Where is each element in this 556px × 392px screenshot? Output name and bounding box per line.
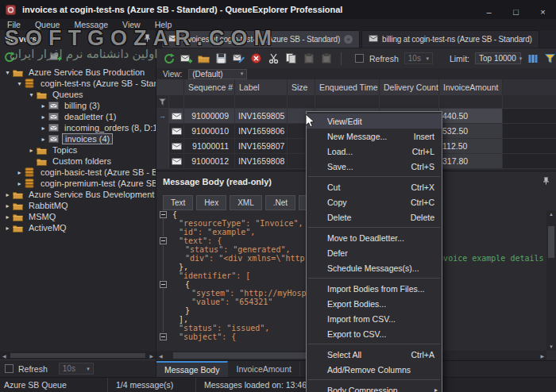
- refresh-servers-icon[interactable]: [3, 51, 15, 63]
- tree-item-cogin-test-ns-azure-sb-standard[interactable]: ▾cogin-test-ns (Azure SB - Standard): [0, 78, 156, 89]
- pin-icon[interactable]: [144, 34, 151, 44]
- refresh-icon[interactable]: [163, 52, 175, 65]
- menu-item-add-remove-columns[interactable]: Add/Remove Columns: [307, 362, 442, 377]
- bottom-tab-invoiceamount[interactable]: InvoiceAmount: [228, 361, 299, 377]
- menu-item-copy[interactable]: CopyCtrl+C: [307, 194, 442, 209]
- menu-item-cut[interactable]: CutCtrl+X: [307, 179, 442, 194]
- grid-header-size[interactable]: Size: [288, 79, 315, 95]
- body-vscrollbar-thumb[interactable]: [548, 226, 554, 258]
- filter-cell[interactable]: [184, 95, 235, 108]
- menu-item-view-edit[interactable]: View/Edit: [307, 113, 442, 129]
- grid-header-label[interactable]: Label: [235, 79, 288, 95]
- delete-icon[interactable]: [250, 52, 262, 65]
- menu-item-select-all[interactable]: Select AllCtrl+A: [307, 347, 442, 362]
- copy-icon[interactable]: [285, 52, 297, 65]
- tree-expand-arrow-icon[interactable]: ▸: [14, 169, 25, 176]
- fold-gutter[interactable]: [156, 236, 171, 245]
- menubar-item-view[interactable]: View: [115, 20, 148, 29]
- tree-item-topics[interactable]: ▸Topics: [0, 144, 156, 156]
- filter-cell[interactable]: [235, 95, 288, 108]
- new-message-icon[interactable]: [180, 52, 192, 65]
- tree-expand-arrow-icon[interactable]: ▸: [2, 213, 13, 221]
- menu-item-import-bodies-from-files[interactable]: Import Bodies from Files...: [307, 281, 442, 296]
- close-icon[interactable]: ×: [538, 7, 548, 17]
- menu-item-defer[interactable]: Defer: [307, 245, 442, 260]
- minimize-icon[interactable]: –: [484, 7, 494, 17]
- tree-item-deadletter-1[interactable]: ▸deadletter (1): [0, 111, 156, 122]
- menu-item-delete[interactable]: DeleteDelete: [307, 209, 442, 225]
- filter-cell[interactable]: [288, 95, 315, 108]
- tree-item-invoices-4[interactable]: ▸invoices (4): [0, 133, 156, 144]
- body-tab-net[interactable]: .Net: [265, 195, 295, 210]
- tree-auto-refresh-checkbox[interactable]: [5, 364, 14, 373]
- tree-item-rabbitmq[interactable]: ▸RabbitMQ: [0, 200, 156, 211]
- grid-header-invoiceamount[interactable]: InvoiceAmount: [439, 79, 503, 95]
- tree-expand-arrow-icon[interactable]: ▸: [38, 113, 48, 121]
- edit-message-icon[interactable]: [233, 52, 245, 65]
- tree-item-msmq[interactable]: ▸MSMQ: [0, 211, 156, 222]
- tree-expand-arrow-icon[interactable]: ▸: [38, 136, 48, 143]
- body-vertical-scrollbar[interactable]: ▲ ▼: [546, 210, 556, 351]
- filter-cell[interactable]: [169, 95, 184, 108]
- tree-expand-arrow-icon[interactable]: ▸: [38, 102, 48, 110]
- tree-item-billing-3[interactable]: ▸billing (3): [0, 100, 156, 111]
- menu-item-body-compression[interactable]: Body Compression▸: [307, 382, 442, 392]
- tree-scrollbar-thumb[interactable]: [10, 353, 146, 358]
- scroll-right-icon[interactable]: ▶: [147, 353, 156, 359]
- filter-cell[interactable]: [380, 95, 439, 108]
- tree-expand-arrow-icon[interactable]: ▸: [14, 180, 25, 187]
- fold-collapse-icon[interactable]: [160, 333, 167, 340]
- tree-item-incoming-orders-8-d-1[interactable]: ▸incoming_orders (8, D:1): [0, 122, 156, 133]
- scroll-left-icon[interactable]: ◀: [156, 353, 165, 359]
- menu-item-load[interactable]: Load...Ctrl+L: [307, 144, 442, 159]
- filter-funnel-icon[interactable]: [156, 95, 169, 108]
- limit-select[interactable]: Top 10000 ▾: [475, 52, 521, 64]
- tree-item-custom-folders[interactable]: Custom folders: [0, 156, 156, 167]
- bottom-tab-message-body[interactable]: Message Body: [156, 361, 228, 377]
- tree-collapse-arrow-icon[interactable]: ▾: [26, 91, 37, 98]
- grid-header-sequence[interactable]: Sequence #: [184, 79, 235, 95]
- scroll-down-icon[interactable]: ▼: [549, 343, 554, 351]
- add-server-icon[interactable]: [50, 51, 62, 63]
- menu-item-new-message[interactable]: New Message...Insert: [307, 129, 442, 144]
- tree-item-azure-service-bus-development[interactable]: ▸Azure Service Bus Development: [0, 189, 156, 200]
- title-bar[interactable]: invoices at cogin-test-ns (Azure SB - St…: [0, 0, 556, 19]
- tree-item-cogin-premium-test-azure-sb-premium[interactable]: ▸cogin-premium-test (Azure SB - Premium): [0, 178, 156, 189]
- tree-expand-arrow-icon[interactable]: ▸: [26, 147, 37, 154]
- save-icon[interactable]: [215, 52, 227, 65]
- columns-icon[interactable]: [527, 52, 539, 65]
- tree-expand-arrow-icon[interactable]: ▸: [38, 125, 48, 132]
- menubar-item-help[interactable]: Help: [148, 20, 180, 29]
- menu-item-move-to-deadletter[interactable]: Move to Deadletter...: [307, 230, 442, 245]
- tree-item-azure-service-bus-production[interactable]: ▾Azure Service Bus Production: [0, 67, 156, 78]
- menu-item-schedule-messages-s[interactable]: Schedule Messages(s)...: [307, 260, 442, 275]
- auto-refresh-checkbox[interactable]: [355, 54, 364, 63]
- fold-collapse-icon[interactable]: [160, 281, 167, 288]
- menu-item-import-from-csv[interactable]: Import from CSV...: [307, 311, 442, 326]
- tree-collapse-arrow-icon[interactable]: ▾: [2, 69, 13, 76]
- tree-collapse-arrow-icon[interactable]: ▾: [14, 80, 25, 87]
- body-tab-xml[interactable]: XML: [230, 195, 262, 210]
- tree-item-cogin-basic-test-azure-sb-basic[interactable]: ▸cogin-basic-test (Azure SB - Basic): [0, 167, 156, 178]
- menubar-item-message[interactable]: Message: [67, 20, 115, 29]
- filter-cell[interactable]: [439, 95, 503, 108]
- grid-header-enqueued-time[interactable]: Enqueued Time: [315, 79, 380, 95]
- scroll-right-icon[interactable]: ▶: [538, 353, 546, 359]
- menubar-item-queue[interactable]: Queue: [28, 20, 68, 29]
- filter-cell[interactable]: [315, 95, 380, 108]
- open-folder-icon[interactable]: [198, 52, 210, 65]
- filter-icon[interactable]: [544, 52, 556, 65]
- body-tab-hex[interactable]: Hex: [196, 195, 226, 210]
- tree-horizontal-scrollbar[interactable]: ◀ ▶: [0, 352, 156, 359]
- menubar-item-file[interactable]: File: [0, 20, 28, 29]
- tab-invoices-at-cogin-test-ns-azure-sb-standard[interactable]: invoices at cogin-test-ns (Azure SB - St…: [161, 30, 360, 48]
- fold-collapse-icon[interactable]: [160, 211, 167, 218]
- menu-item-export-to-csv[interactable]: Export to CSV...: [307, 326, 442, 341]
- body-tab-text[interactable]: Text: [163, 195, 193, 210]
- maximize-icon[interactable]: □: [511, 7, 521, 17]
- tree-expand-arrow-icon[interactable]: ▸: [2, 191, 13, 198]
- fold-collapse-icon[interactable]: [160, 237, 167, 244]
- tree-item-activemq[interactable]: ▸ActiveMQ: [0, 222, 156, 233]
- tree-item-queues[interactable]: ▾Queues: [0, 89, 156, 100]
- grid-header-delivery-count[interactable]: Delivery Count: [380, 79, 439, 95]
